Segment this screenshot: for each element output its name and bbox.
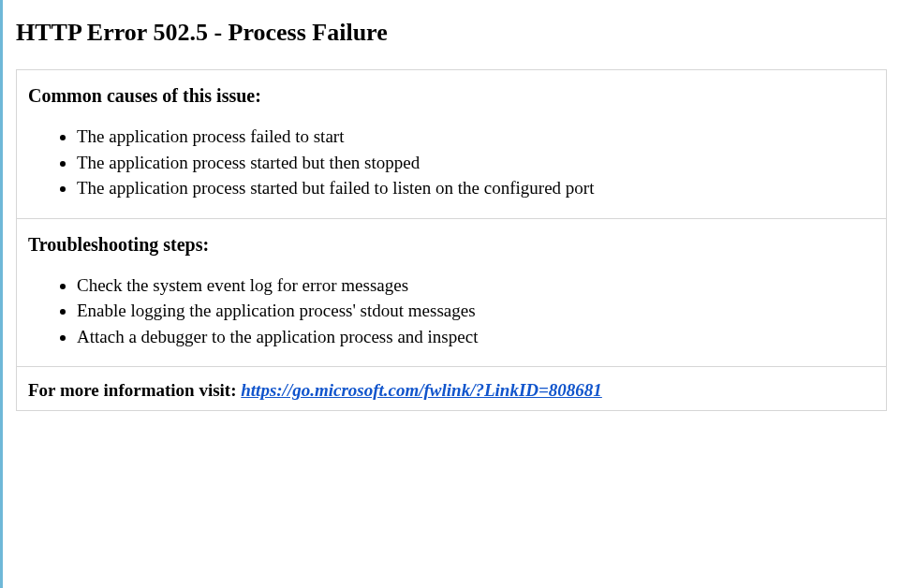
more-info-section: For more information visit: https://go.m… — [17, 366, 886, 410]
list-item: The application process started but then… — [77, 150, 875, 176]
list-item: The application process started but fail… — [77, 175, 875, 201]
troubleshooting-heading: Troubleshooting steps: — [28, 234, 875, 256]
error-title: HTTP Error 502.5 - Process Failure — [16, 19, 887, 47]
troubleshooting-list: Check the system event log for error mes… — [28, 272, 875, 350]
list-item: The application process failed to start — [77, 124, 875, 150]
list-item: Attach a debugger to the application pro… — [77, 324, 875, 350]
more-info-link[interactable]: https://go.microsoft.com/fwlink/?LinkID=… — [241, 380, 602, 400]
page-container: HTTP Error 502.5 - Process Failure Commo… — [0, 0, 900, 588]
list-item: Check the system event log for error mes… — [77, 272, 875, 299]
common-causes-list: The application process failed to start … — [28, 124, 875, 201]
more-info-label: For more information visit: — [28, 380, 241, 400]
troubleshooting-section: Troubleshooting steps: Check the system … — [17, 218, 886, 367]
common-causes-section: Common causes of this issue: The applica… — [17, 70, 886, 218]
common-causes-heading: Common causes of this issue: — [28, 85, 875, 107]
info-box: Common causes of this issue: The applica… — [16, 69, 887, 411]
list-item: Enable logging the application process' … — [77, 298, 875, 324]
